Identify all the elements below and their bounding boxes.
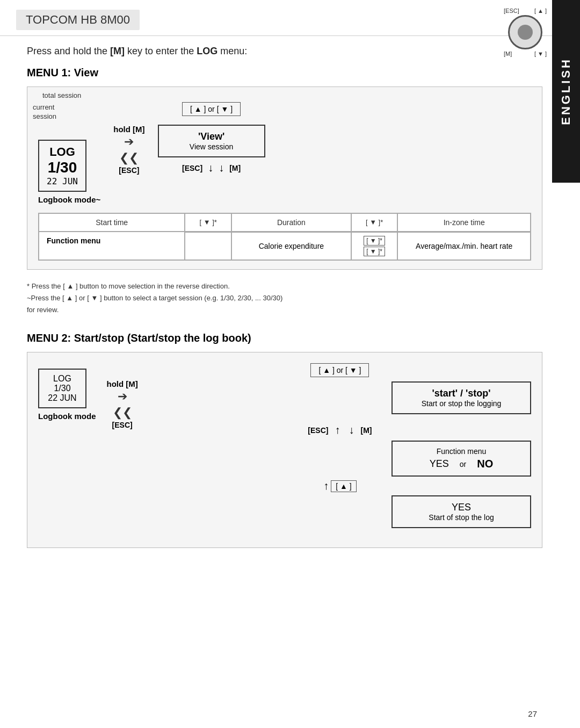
up-arrow-row: ↑ [ ▲ ] [323,480,356,492]
key-log: LOG [197,46,218,56]
average-cell: Average/max./min. heart rate [397,232,531,260]
or-text: or [460,460,466,468]
up-key-label: [ ▲ ] [534,8,547,14]
footnote-line1: * Press the [ ▲ ] button to move selecti… [27,280,542,292]
intro-text-middle: key to enter the [125,46,197,56]
m-label2: [M] [360,426,372,435]
function-menu-box: Function menu YES or NO [392,441,531,477]
esc-label1: [ESC] [119,166,139,175]
intro-text: Press and hold the [M] key to enter the … [27,46,542,57]
sub-arrow-cell: [ ▼ ]* [364,236,385,246]
key-m: [M] [110,46,125,56]
intro-text-after: menu: [218,46,247,56]
menu2-title: MENU 2: Start/stop (Start/stop the log b… [27,332,542,344]
arrow1-cell: [ ▼ ]* [185,213,231,232]
footnote-line3: for review. [27,304,542,316]
logbook-mode-label2: Logbook mode [38,412,96,421]
footnote-line2: ~Press the [ ▲ ] or [ ▼ ] button to sele… [27,292,542,304]
function-menu-title: Function menu [401,447,521,456]
top-header: TOPCOM HB 8M00 [0,0,580,36]
up-arrow-icon: ↑ [323,480,329,492]
english-tab-label: ENGLISH [559,57,573,125]
hold-m-label2: hold [M] [107,379,138,388]
log-date1: 22 JUN [47,176,78,186]
inner-circle [518,25,533,40]
arrow4-cell: [ ▼ ]* [364,247,385,256]
up-down-label2: [ ▲ ] or [ ▼ ] [310,363,369,377]
no-label: NO [477,458,493,470]
left-arrow-icon: ❮❮ [119,151,139,165]
arrow3-cell: [ ▼ ]* [ ▼ ]* [351,232,398,260]
function-menu-label: Function menu [39,232,185,260]
down-arrow-esc: ↓ [208,162,213,174]
logbook-mode-label1: Logbook mode~ [38,195,100,204]
header-title: TOPCOM HB 8M00 [16,10,140,30]
view-title: 'View' [170,131,253,142]
log-title1: LOG [47,145,78,159]
esc-label2: [ESC] [182,164,202,172]
up-bracket-label: [ ▲ ] [331,480,356,492]
device-circle [508,15,542,49]
yes-start-box: YES Start of stop the log [392,495,531,528]
log-device-box1: LOG 1/30 22 JUN [38,140,86,192]
menu2-esc-m-row: [ESC] ↑ ↓ [M] [308,424,372,436]
start-stop-title: 'start' / 'stop' [401,388,521,399]
current-session-label: currentsession [33,103,56,121]
device-key-labels-bottom: [M] [ ▼ ] [504,51,547,57]
calorie-cell: Calorie expenditure [231,232,351,260]
page-number: 27 [528,709,537,718]
left-arrow-icon2: ❮❮ [113,406,132,420]
menu1-table: Start time [ ▼ ]* Duration [ ▼ ]* In-zon… [38,213,531,261]
yes-big-label: YES [401,502,521,513]
hold-m-label: hold [M] [113,125,144,134]
down-arrow-m2: ↓ [349,424,354,436]
menu2-top-row: LOG 1/30 22 JUN Logbook mode hold [M] ➔ … [38,363,531,528]
esc-label3: [ESC] [112,421,133,429]
log-date2: 22 JUN [47,393,78,403]
view-subtitle: View session [170,142,253,151]
view-box: 'View' View session [158,125,265,157]
arrow2-cell: [ ▼ ]* [351,213,398,232]
menu1-diagram: total session currentsession LOG 1/30 22… [27,87,542,270]
footnote: * Press the [ ▲ ] button to move selecti… [27,275,542,321]
esc-key-label: [ESC] [504,8,519,14]
esc-label4: [ESC] [308,426,328,435]
log-title2: LOG [47,374,78,384]
log-value2: 1/30 [47,384,78,393]
log-value1: 1/30 [47,159,78,176]
inzone-time-cell: In-zone time [397,213,531,232]
start-time-cell: Start time [39,213,185,232]
duration-cell: Duration [231,213,351,232]
main-content: Press and hold the [M] key to enter the … [0,46,580,564]
up-arrow-esc2: ↑ [335,424,340,436]
yes-no-row: YES or NO [401,458,521,470]
intro-text-before: Press and hold the [27,46,110,56]
log-device-box2: LOG 1/30 22 JUN [38,369,86,408]
m-key-label: [M] [504,51,512,57]
right-arrow-icon: ➔ [124,135,134,149]
device-key-labels-top: [ESC] [ ▲ ] [504,8,547,14]
menu2-diagram: LOG 1/30 22 JUN Logbook mode hold [M] ➔ … [27,352,542,548]
down-arrow-m: ↓ [219,162,224,174]
total-session-label: total session [42,91,81,99]
english-tab: ENGLISH [552,0,580,183]
start-stop-box: 'start' / 'stop' Start or stop the loggi… [392,381,531,414]
start-stop-sub: Start or stop the logging [401,399,521,408]
start-of-stop-label: Start of stop the log [401,513,521,522]
up-down-label1: [ ▲ ] or [ ▼ ] [182,102,241,116]
yes-label: YES [430,458,449,470]
empty-cell1 [185,232,231,260]
m-label: [M] [229,164,241,172]
device-icon: [ESC] [ ▲ ] [M] [ ▼ ] [504,8,547,57]
menu1-title: MENU 1: View [27,67,542,79]
down-key-label: [ ▼ ] [534,51,547,57]
right-arrow-icon2: ➔ [118,390,127,403]
